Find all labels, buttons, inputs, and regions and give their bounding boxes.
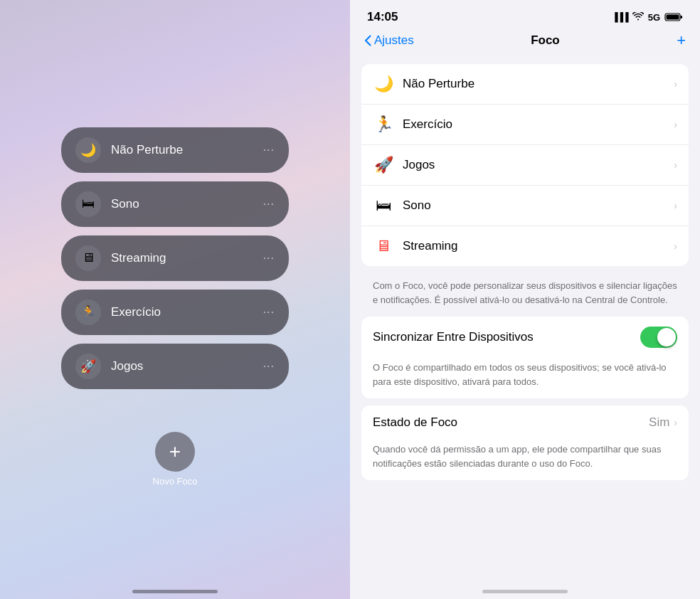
row-nao-perturbe[interactable]: 🌙 Não Perturbe › [361,64,689,105]
focus-item-dots[interactable]: ··· [263,144,275,157]
focus-item-label: Exercício [111,305,263,319]
estado-info-text: Quando você dá permissão a um app, ele p… [361,440,689,480]
focus-modes-group: 🌙 Não Perturbe › 🏃 Exercício › 🚀 Jogos ›… [361,64,689,266]
bed-icon: 🛏 [75,191,101,217]
estado-row[interactable]: Estado de Foco Sim › [361,405,689,440]
focus-item-streaming[interactable]: 🖥 Streaming ··· [61,235,289,281]
focus-item-dots[interactable]: ··· [263,360,275,373]
page-title: Foco [531,33,560,48]
moon-icon: 🌙 [75,137,101,163]
chevron-right-icon: › [674,200,677,211]
row-label: Exercício [403,117,674,132]
sync-info-text: O Foco é compartilhado em todos os seus … [361,358,689,398]
row-sono[interactable]: 🛏 Sono › [361,186,689,226]
add-focus-button[interactable]: + Novo Foco [153,432,198,487]
bed-icon: 🛏 [373,195,394,216]
estado-label: Estado de Foco [373,415,649,430]
plus-icon: + [169,440,181,463]
status-bar: 14:05 ▐▐▐ 5G [350,0,700,28]
rocket-icon: 🚀 [75,354,101,379]
right-phone: 14:05 ▐▐▐ 5G [350,0,700,599]
sync-toggle[interactable] [640,327,677,348]
moon-icon: 🌙 [373,73,394,95]
focus-description: Com o Foco, você pode personalizar seus … [361,273,689,317]
focus-item-sono[interactable]: 🛏 Sono ··· [61,181,289,227]
chevron-right-icon: › [674,78,677,90]
chevron-right-icon: › [674,159,677,171]
back-label: Ajustes [374,33,414,48]
focus-item-dots[interactable]: ··· [263,252,275,265]
monitor-icon: 🖥 [75,245,101,271]
chevron-right-icon: › [674,119,677,130]
row-exercicio[interactable]: 🏃 Exercício › [361,105,689,145]
svg-rect-2 [667,15,679,20]
sync-group: Sincronizar Entre Dispositivos O Foco é … [361,317,689,398]
svg-rect-1 [681,16,683,18]
focus-list-left: 🌙 Não Perturbe ··· 🛏 Sono ··· 🖥 Streamin… [61,127,289,389]
row-label: Jogos [403,158,674,172]
toggle-knob [657,328,676,346]
run-icon: 🏃 [75,300,101,325]
battery-5g-label: 5G [648,12,660,23]
focus-item-jogos[interactable]: 🚀 Jogos ··· [61,344,289,389]
add-button[interactable]: + [677,31,686,50]
content-area: 🌙 Não Perturbe › 🏃 Exercício › 🚀 Jogos ›… [350,57,700,599]
focus-item-label: Não Perturbe [111,143,263,157]
add-focus-circle-icon: + [155,432,195,472]
left-phone: 🌙 Não Perturbe ··· 🛏 Sono ··· 🖥 Streamin… [0,0,350,599]
add-focus-label: Novo Foco [153,476,198,487]
sync-label: Sincronizar Entre Dispositivos [373,330,640,344]
sync-row: Sincronizar Entre Dispositivos [361,317,689,358]
focus-item-label: Streaming [111,251,263,265]
focus-item-nao-perturbe[interactable]: 🌙 Não Perturbe ··· [61,127,289,173]
row-streaming[interactable]: 🖥 Streaming › [361,226,689,266]
focus-item-exercicio[interactable]: 🏃 Exercício ··· [61,290,289,335]
status-icons: ▐▐▐ 5G [612,12,683,23]
row-label: Streaming [403,239,674,253]
row-jogos[interactable]: 🚀 Jogos › [361,145,689,186]
wifi-icon [632,12,644,23]
row-label: Sono [403,198,674,213]
focus-item-dots[interactable]: ··· [263,198,275,211]
rocket-icon: 🚀 [373,154,394,176]
status-time: 14:05 [367,10,398,24]
focus-item-dots[interactable]: ··· [263,306,275,319]
navigation-bar: Ajustes Foco + [350,28,700,57]
home-indicator [482,590,568,593]
back-button[interactable]: Ajustes [364,33,414,48]
row-label: Não Perturbe [403,77,674,91]
focus-item-label: Jogos [111,359,263,373]
chevron-right-icon: › [674,417,677,428]
battery-icon [664,12,683,22]
monitor-icon: 🖥 [373,235,394,257]
signal-bars-icon: ▐▐▐ [612,12,628,22]
home-indicator [132,590,218,593]
chevron-right-icon: › [674,240,677,252]
run-icon: 🏃 [373,114,394,135]
estado-value: Sim [649,415,669,430]
estado-group: Estado de Foco Sim › Quando você dá perm… [361,405,689,480]
focus-item-label: Sono [111,197,263,211]
